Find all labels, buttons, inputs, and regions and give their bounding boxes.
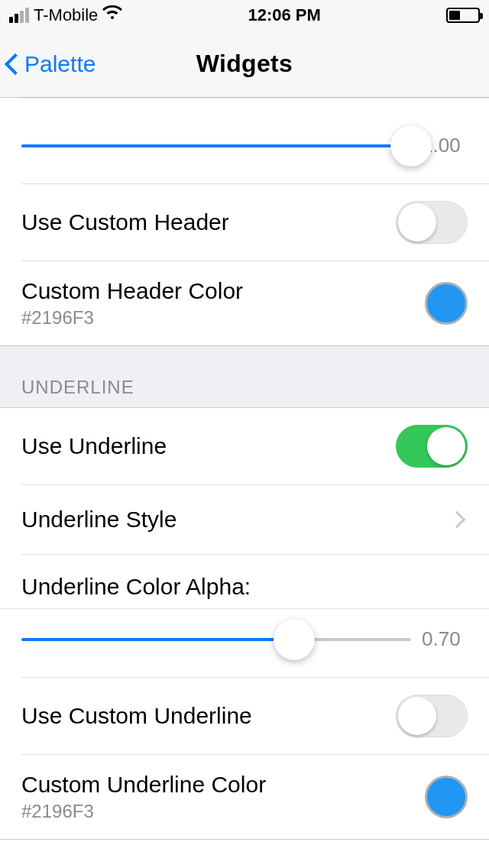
underline-alpha-label: Underline Color Alpha: (21, 574, 468, 600)
use-underline-label: Use Underline (21, 433, 396, 459)
use-custom-underline-row: Use Custom Underline (0, 678, 489, 754)
custom-underline-color-row[interactable]: Custom Underline Color #2196F3 (0, 755, 489, 839)
slider-thumb[interactable] (390, 125, 432, 167)
custom-header-color-swatch[interactable] (425, 282, 468, 325)
underline-alpha-slider[interactable] (21, 638, 411, 641)
slider-thumb[interactable] (274, 619, 315, 660)
use-custom-underline-toggle[interactable] (396, 695, 468, 737)
wifi-icon (102, 5, 122, 25)
battery-icon (446, 8, 480, 23)
carrier-label: T-Mobile (34, 5, 98, 25)
underline-alpha-slider-cell: 0.70 (0, 608, 489, 677)
signal-bars-icon (9, 8, 29, 23)
use-underline-toggle[interactable] (396, 425, 468, 468)
custom-header-color-hex: #2196F3 (21, 307, 425, 329)
use-underline-row: Use Underline (0, 408, 489, 484)
back-button[interactable]: Palette (8, 31, 96, 97)
custom-underline-color-swatch[interactable] (425, 776, 468, 818)
header-alpha-slider[interactable] (21, 144, 411, 147)
status-bar: T-Mobile 12:06 PM (0, 0, 489, 31)
back-label: Palette (24, 51, 96, 77)
custom-underline-color-hex: #2196F3 (21, 801, 425, 822)
clock: 12:06 PM (248, 5, 320, 25)
underline-alpha-value: 0.70 (422, 627, 468, 651)
custom-header-color-label: Custom Header Color (21, 278, 425, 304)
underline-alpha-label-row: Underline Color Alpha: (0, 555, 489, 608)
page-title: Widgets (196, 50, 293, 78)
status-left: T-Mobile (9, 5, 122, 25)
underline-section-header: UNDERLINE (0, 346, 489, 407)
content-scroll[interactable]: 1.00 Use Custom Header Custom Header Col… (0, 98, 489, 868)
status-right (446, 8, 480, 23)
use-custom-header-label: Use Custom Header (21, 209, 396, 235)
use-custom-underline-label: Use Custom Underline (21, 703, 396, 729)
use-custom-header-toggle[interactable] (396, 201, 468, 244)
custom-header-color-row[interactable]: Custom Header Color #2196F3 (0, 261, 489, 345)
use-custom-header-row: Use Custom Header (0, 184, 489, 261)
custom-underline-color-label: Custom Underline Color (21, 772, 425, 798)
header-alpha-slider-cell: 1.00 (0, 99, 489, 183)
underline-style-row[interactable]: Underline Style (0, 485, 489, 554)
underline-style-label: Underline Style (21, 507, 451, 533)
chevron-right-icon (449, 511, 466, 529)
nav-bar: Palette Widgets (0, 31, 489, 98)
chevron-left-icon (5, 53, 26, 74)
